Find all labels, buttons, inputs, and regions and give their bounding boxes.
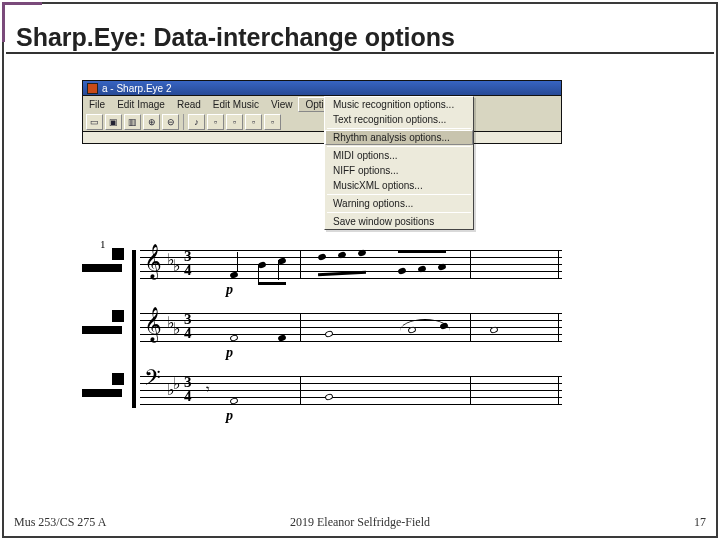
time-sig-bot: 4 [184, 263, 192, 277]
dynamic-mark: p [226, 282, 233, 298]
key-flat-icon: ♭ [173, 319, 181, 338]
barline [300, 250, 301, 278]
barline [300, 376, 301, 404]
menu-view[interactable]: View [265, 98, 299, 111]
notehead [357, 249, 366, 257]
treble-clef-icon: 𝄞 [144, 244, 162, 279]
half-notehead [489, 326, 498, 334]
slide-title: Sharp.Eye: Data-interchange options [14, 23, 455, 52]
dynamic-mark: p [226, 345, 233, 361]
menu-item-music-recog[interactable]: Music recognition options... [325, 97, 473, 112]
bass-clef-icon: 𝄢 [144, 366, 161, 396]
note-stem [278, 260, 279, 280]
menu-item-rhythm[interactable]: Rhythm analysis options... [325, 130, 473, 145]
barline [470, 313, 471, 341]
barline [558, 376, 559, 404]
staff-box-1 [112, 248, 124, 260]
toolbar: ▭ ▣ ▥ ⊕ ⊖ ♪ ▫ ▫ ▫ ▫ [82, 112, 562, 132]
dynamic-mark: p [226, 408, 233, 424]
time-signature: 3 4 [184, 375, 192, 403]
multirest-bar-3 [82, 389, 122, 397]
menu-item-save-pos[interactable]: Save window positions [325, 214, 473, 229]
staff-box-3 [112, 373, 124, 385]
beam [258, 282, 286, 285]
system-number: 1 [100, 238, 106, 250]
app-screenshot: a - Sharp.Eye 2 File Edit Image Read Edi… [82, 80, 562, 470]
menu-edit-music[interactable]: Edit Music [207, 98, 265, 111]
staff-box-2 [112, 310, 124, 322]
half-notehead [324, 330, 333, 338]
barline [300, 313, 301, 341]
note-stem [237, 252, 238, 272]
tool-zoom-in-icon[interactable]: ⊕ [143, 114, 160, 130]
time-sig-bot: 4 [184, 326, 192, 340]
footer-center: 2019 Eleanor Selfridge-Field [14, 515, 706, 530]
menu-item-midi[interactable]: MIDI options... [325, 148, 473, 163]
window-titlebar: a - Sharp.Eye 2 [82, 80, 562, 96]
barline [470, 250, 471, 278]
tool-small-2-icon[interactable]: ▫ [226, 114, 243, 130]
tool-pages-icon[interactable]: ▥ [124, 114, 141, 130]
menu-item-musicxml[interactable]: MusicXML options... [325, 178, 473, 193]
toolbar-separator [183, 114, 184, 130]
tool-notes-icon[interactable]: ♪ [188, 114, 205, 130]
menu-read[interactable]: Read [171, 98, 207, 111]
title-underline [6, 52, 714, 54]
barline [558, 250, 559, 278]
slide-footer: Mus 253/CS 275 A 2019 Eleanor Selfridge-… [14, 515, 706, 530]
tool-zoom-out-icon[interactable]: ⊖ [162, 114, 179, 130]
menu-item-text-recog[interactable]: Text recognition options... [325, 112, 473, 127]
menu-item-warning[interactable]: Warning options... [325, 196, 473, 211]
tool-small-3-icon[interactable]: ▫ [245, 114, 262, 130]
menu-item-niff[interactable]: NIFF options... [325, 163, 473, 178]
staff-3: 𝄢 ♭ ♭ 3 4 𝄾 p [140, 376, 562, 408]
app-icon [87, 83, 98, 94]
barline [558, 313, 559, 341]
menu-separator [327, 146, 471, 147]
half-notehead [324, 393, 333, 401]
multirest-bar-1 [82, 264, 122, 272]
time-sig-top: 3 [184, 312, 192, 326]
title-area: Sharp.Eye: Data-interchange options [14, 12, 706, 62]
tool-small-1-icon[interactable]: ▫ [207, 114, 224, 130]
menu-edit-image[interactable]: Edit Image [111, 98, 171, 111]
multirest-bar-2 [82, 326, 122, 334]
tool-open-icon[interactable]: ▭ [86, 114, 103, 130]
tool-folder-icon[interactable]: ▣ [105, 114, 122, 130]
time-signature: 3 4 [184, 312, 192, 340]
menubar: File Edit Image Read Edit Music View Opt… [82, 96, 562, 112]
tool-small-4-icon[interactable]: ▫ [264, 114, 281, 130]
time-sig-top: 3 [184, 249, 192, 263]
time-signature: 3 4 [184, 249, 192, 277]
menu-separator [327, 212, 471, 213]
note-stem [258, 264, 259, 284]
app-canvas-strip [82, 132, 562, 144]
options-dropdown: Music recognition options... Text recogn… [324, 96, 474, 230]
key-flat-icon: ♭ [173, 374, 181, 393]
time-sig-bot: 4 [184, 389, 192, 403]
notehead [397, 267, 406, 275]
notehead [317, 253, 326, 261]
score-region: 1 𝄞 ♭ ♭ 3 4 [82, 250, 562, 460]
window-title-text: a - Sharp.Eye 2 [102, 83, 171, 94]
beam [398, 250, 446, 253]
barline [470, 376, 471, 404]
menu-file[interactable]: File [83, 98, 111, 111]
staff-1: 𝄞 ♭ ♭ 3 4 p [140, 250, 562, 282]
staff-2: 𝄞 ♭ ♭ 3 4 p [140, 313, 562, 345]
time-sig-top: 3 [184, 375, 192, 389]
notehead [437, 263, 446, 271]
menu-separator [327, 194, 471, 195]
system-bracket [132, 250, 136, 408]
key-flat-icon: ♭ [173, 256, 181, 275]
treble-clef-icon: 𝄞 [144, 307, 162, 342]
menu-separator [327, 128, 471, 129]
